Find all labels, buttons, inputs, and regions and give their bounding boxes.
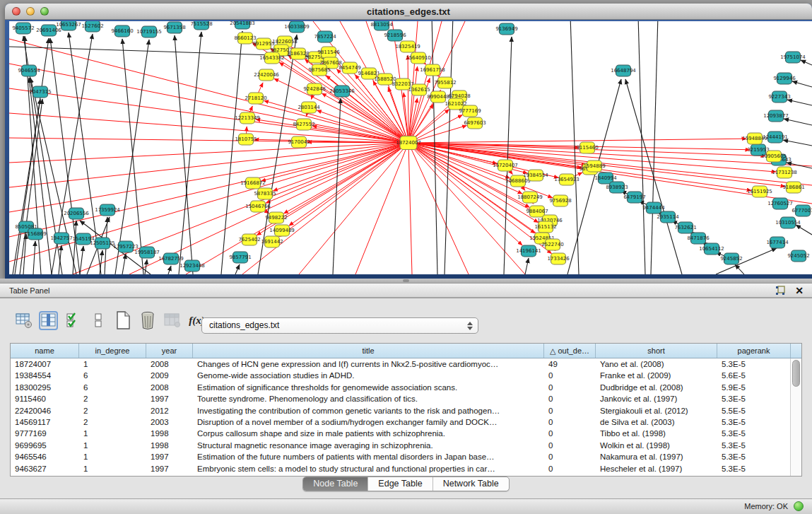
table-panel-body: f(x) citations_edges.txt namein_degreeye… xyxy=(0,298,812,498)
cell-name: 9777169 xyxy=(11,428,79,439)
graph-node-label: 7955812 xyxy=(434,80,456,86)
graph-node-label: 8813054 xyxy=(370,22,393,28)
window-titlebar[interactable]: citations_edges.txt xyxy=(5,4,812,20)
table-row[interactable]: 1456911722003Disruption of a novel membe… xyxy=(11,416,801,428)
table-row[interactable]: 1872400712008Changes of HCN gene express… xyxy=(11,358,801,370)
cell-title: Investigating the contribution of common… xyxy=(193,405,544,416)
table-selector-dropdown[interactable]: citations_edges.txt xyxy=(201,317,478,334)
cell-short: Franke et al. (2009) xyxy=(596,370,717,381)
deselect-all-button[interactable] xyxy=(88,311,107,330)
graph-edge xyxy=(261,143,408,181)
graph-node-label: 9811546 xyxy=(317,49,340,55)
scrollbar-thumb[interactable] xyxy=(792,360,800,387)
graph-edge xyxy=(333,98,341,274)
splitter-grip-icon[interactable] xyxy=(403,279,409,282)
network-canvas[interactable]: 9405572206914061065326715276029466160107… xyxy=(9,21,812,274)
graph-edge xyxy=(9,143,408,163)
graph-node-label: 18226058 xyxy=(272,39,298,45)
cell-in_degree: 1 xyxy=(79,463,146,474)
cell-year: 1998 xyxy=(146,440,193,451)
import-table-button[interactable] xyxy=(163,311,182,330)
cell-pagerank: 5.3E-5 xyxy=(717,358,791,370)
cell-name: 9465546 xyxy=(11,451,79,462)
table-row[interactable]: 911546021997Tourette syndrome. Phenomeno… xyxy=(11,393,801,404)
graph-edge xyxy=(792,81,812,87)
cell-short: Tibbo et al. (1998) xyxy=(596,428,717,439)
table-mode-button[interactable] xyxy=(14,311,33,330)
cell-title: Structural magnetic resonance image aver… xyxy=(193,440,544,451)
table-row[interactable]: 2242004622012Investigating the contribut… xyxy=(11,405,801,416)
table-scrollbar[interactable] xyxy=(790,358,801,476)
tab-node-table[interactable]: Node Table xyxy=(303,477,367,491)
cell-name: 19384554 xyxy=(11,370,79,381)
cell-year: 2012 xyxy=(146,405,193,416)
graph-node-label: 17359924 xyxy=(95,207,120,213)
graph-node-label: 8660123 xyxy=(234,35,256,41)
table-panel-header: Table Panel ✕ xyxy=(0,283,812,298)
graph-node-label: 6497603 xyxy=(464,120,486,126)
float-panel-icon[interactable] xyxy=(775,286,785,296)
cell-short: Nakamura et al. (1997) xyxy=(596,451,717,462)
graph-node-label: 10653267 xyxy=(56,22,81,28)
graph-node-label: 7625402 xyxy=(238,237,260,243)
show-columns-button[interactable] xyxy=(39,311,58,330)
cell-year: 2008 xyxy=(146,358,193,370)
graph-node-label: 16648794 xyxy=(611,68,636,74)
graph-node-label: 1733426 xyxy=(547,256,570,262)
delete-columns-button[interactable] xyxy=(138,311,157,330)
cell-out_de: 0 xyxy=(544,405,596,416)
column-header-year[interactable]: year xyxy=(146,344,193,358)
tab-edge-table[interactable]: Edge Table xyxy=(367,477,432,491)
column-header-title[interactable]: title xyxy=(193,344,544,358)
graph-node-label: 8454749 xyxy=(339,65,360,71)
graph-node-label: 10310554 xyxy=(775,220,801,226)
cell-pagerank: 5.9E-5 xyxy=(717,382,791,393)
graph-edge xyxy=(9,64,408,143)
cell-pagerank: 5.5E-5 xyxy=(717,405,791,416)
cell-name: 9463627 xyxy=(11,463,79,474)
cell-year: 2008 xyxy=(146,382,193,393)
memory-status-label: Memory: OK xyxy=(744,502,788,510)
graph-node-label: 2803144 xyxy=(298,105,320,110)
cell-name: 9699695 xyxy=(11,440,79,451)
graph-edge xyxy=(122,254,126,274)
cell-out_de: 0 xyxy=(544,428,596,439)
graph-node-label: 1840994 xyxy=(594,175,617,181)
graph-node-label: 28053346 xyxy=(329,88,355,94)
cell-name: 14569117 xyxy=(11,416,79,428)
graph-node-label: 5878335 xyxy=(254,191,276,197)
cell-name: 18300295 xyxy=(11,382,79,393)
column-header-pagerank[interactable]: pagerank xyxy=(717,344,791,358)
graph-node-label: 16543382 xyxy=(259,55,285,61)
graph-node-label: 15948849 xyxy=(742,136,767,141)
column-header-short[interactable]: short xyxy=(596,344,717,358)
graph-node-label: 9245852 xyxy=(720,256,742,262)
select-all-button[interactable] xyxy=(64,311,83,330)
column-header-out_de[interactable]: △ out_de… xyxy=(544,344,596,358)
table-row[interactable]: 1830029562008Estimation of significance … xyxy=(11,382,801,393)
column-header-in_degree[interactable]: in_degree xyxy=(79,344,146,358)
graph-edge xyxy=(279,143,408,237)
graph-node-label: 1156869 xyxy=(24,231,46,237)
cell-title: Disruption of a novel member of a sodium… xyxy=(193,416,544,428)
graph-edge xyxy=(59,245,61,274)
graph-node-label: 16782759 xyxy=(158,256,184,262)
table-body: 1872400712008Changes of HCN gene express… xyxy=(11,358,801,476)
table-row[interactable]: 977716911998Corpus callosum shape and si… xyxy=(11,428,801,439)
tab-network-table[interactable]: Network Table xyxy=(433,477,509,491)
table-row[interactable]: 969969511998Structural magnetic resonanc… xyxy=(11,440,801,451)
cell-out_de: 0 xyxy=(544,440,596,451)
dropdown-stepper-icon xyxy=(466,320,473,332)
cell-pagerank: 5.3E-5 xyxy=(717,440,791,451)
new-column-button[interactable] xyxy=(113,311,132,330)
graph-node-label: 18724007 xyxy=(396,140,421,146)
table-row[interactable]: 946362711997Embryonic stem cells: a mode… xyxy=(11,463,801,474)
cell-name: 22420046 xyxy=(11,405,79,416)
close-panel-icon[interactable]: ✕ xyxy=(795,285,804,296)
table-row[interactable]: 1938455462009Genome-wide association stu… xyxy=(11,370,801,381)
graph-node-label: 1677414 xyxy=(766,240,789,245)
cell-pagerank: 5.3E-5 xyxy=(717,428,791,439)
graph-node-label: 9129946 xyxy=(773,76,796,81)
table-row[interactable]: 946554611997Estimation of the future num… xyxy=(11,451,801,462)
column-header-name[interactable]: name xyxy=(11,344,79,358)
